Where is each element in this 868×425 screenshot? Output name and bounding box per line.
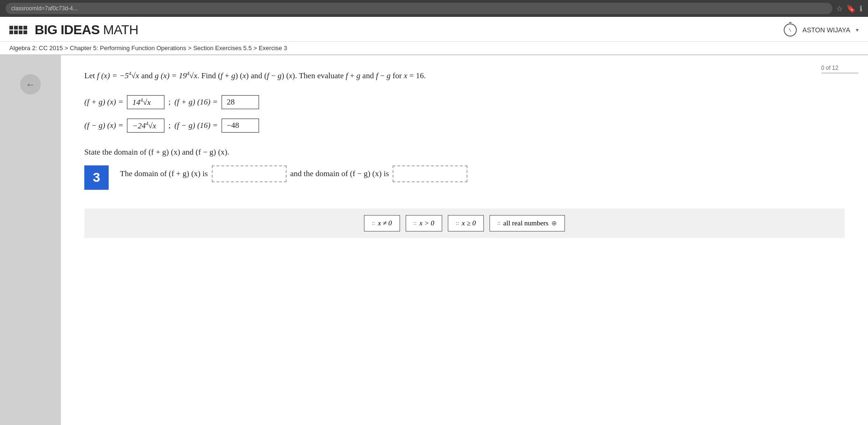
user-name: ASTON WIJAYA (802, 26, 850, 34)
answer-line-2: (f − g) (x) = −244√x ; (f − g) (16) = −4… (84, 119, 845, 133)
question-number-box: 3 (84, 165, 109, 190)
domain-statement: The domain of (f + g) (x) is and the dom… (120, 165, 845, 182)
left-sidebar: ← (0, 55, 61, 425)
logo-dot (23, 26, 27, 30)
logo-dot (14, 26, 18, 30)
logo-dot (9, 26, 13, 30)
user-menu-chevron[interactable]: ▾ (856, 27, 859, 34)
choice-dots-4: :: (497, 220, 501, 227)
back-button[interactable]: ← (20, 74, 41, 95)
choice-dots-1: :: (372, 220, 375, 227)
url-text: classroomId=7af0c73d-4... (11, 5, 78, 12)
info-icon[interactable]: ℹ (860, 4, 862, 13)
logo-dot (19, 26, 22, 30)
choice-dots-2: :: (414, 220, 417, 227)
url-bar: classroomId=7af0c73d-4... (6, 3, 832, 14)
domain-prefix: The domain of (f + g) (x) is (120, 167, 208, 181)
f-definition: f (x) = −54√x (97, 71, 139, 80)
line1-separator: ; (168, 97, 171, 107)
drag-handle-icon: ⊕ (551, 219, 557, 227)
g-definition: g (x) = 194√x (155, 71, 197, 80)
question-content: The domain of (f + g) (x) is and the dom… (120, 165, 845, 182)
problem-statement: Let f (x) = −54√x and g (x) = 194√x. Fin… (84, 69, 845, 82)
header: BIG IDEAS MATH ASTON WIJAYA ▾ (0, 17, 868, 42)
breadcrumb-text: Algebra 2: CC 2015 > Chapter 5: Performi… (9, 45, 287, 52)
timer-icon (784, 23, 797, 37)
logo-dot (9, 30, 13, 34)
choice-x-greater-zero[interactable]: :: x > 0 (406, 215, 442, 231)
breadcrumb: Algebra 2: CC 2015 > Chapter 5: Performi… (0, 42, 868, 55)
domain-box-2[interactable] (393, 165, 467, 182)
browser-bar: classroomId=7af0c73d-4... ☆ 🔖 ℹ (0, 0, 868, 17)
choice-dots-3: :: (456, 220, 459, 227)
timer-hand (789, 28, 791, 31)
content-area: 0 of 12 Let f (x) = −54√x and g (x) = 19… (61, 55, 868, 425)
logo-dot (14, 30, 18, 34)
header-right: ASTON WIJAYA ▾ (784, 23, 859, 37)
choice-x-not-zero[interactable]: :: x ≠ 0 (364, 215, 400, 231)
logo-text: BIG IDEAS MATH (35, 22, 138, 37)
choice-x-gte-zero[interactable]: :: x ≥ 0 (448, 215, 484, 231)
logo-math: MATH (103, 22, 138, 37)
section-title-text: State the domain of (f + g) (x) and (f −… (84, 148, 230, 157)
logo-grid (9, 26, 27, 34)
main-content: ← 0 of 12 Let f (x) = −54√x and g (x) = … (0, 55, 868, 425)
line1-middle: (f + g) (16) = (174, 97, 218, 107)
progress-label: 0 of 12 (821, 65, 838, 71)
question-area: 3 The domain of (f + g) (x) is and the d… (84, 165, 845, 190)
line1-box2: 28 (222, 95, 259, 109)
section-title: State the domain of (f + g) (x) and (f −… (84, 148, 845, 157)
line2-box2: −48 (222, 119, 259, 133)
line2-prefix: (f − g) (x) = (84, 121, 123, 130)
choice-label-2: x > 0 (419, 219, 434, 227)
domain-connector: and the domain of (f − g) (x) is (290, 167, 389, 181)
line2-separator: ; (168, 121, 171, 130)
header-left: BIG IDEAS MATH (9, 22, 138, 37)
choice-label-1: x ≠ 0 (378, 219, 392, 227)
app-container: BIG IDEAS MATH ASTON WIJAYA ▾ Algebra 2:… (0, 17, 868, 425)
answer-line-1: (f + g) (x) = 144√x ; (f + g) (16) = 28 (84, 95, 845, 109)
line2-box1: −244√x (127, 119, 164, 133)
logo-dot (23, 30, 27, 34)
line1-box1: 144√x (127, 95, 164, 109)
progress-indicator: 0 of 12 (821, 65, 859, 74)
choice-label-3: x ≥ 0 (462, 219, 476, 227)
line2-middle: (f − g) (16) = (174, 121, 218, 130)
progress-bar (821, 72, 859, 74)
choice-all-real[interactable]: :: all real numbers ⊕ (490, 215, 565, 231)
logo-big-ideas: BIG IDEAS (35, 22, 103, 37)
answer-choices: :: x ≠ 0 :: x > 0 :: x ≥ 0 :: all real n… (84, 209, 845, 238)
bookmark-icon[interactable]: 🔖 (846, 4, 856, 13)
domain-box-1[interactable] (212, 165, 287, 182)
choice-label-4: all real numbers (503, 219, 549, 227)
logo-dot (19, 30, 22, 34)
line1-prefix: (f + g) (x) = (84, 97, 123, 107)
question-number: 3 (93, 170, 100, 185)
star-icon[interactable]: ☆ (836, 4, 843, 13)
